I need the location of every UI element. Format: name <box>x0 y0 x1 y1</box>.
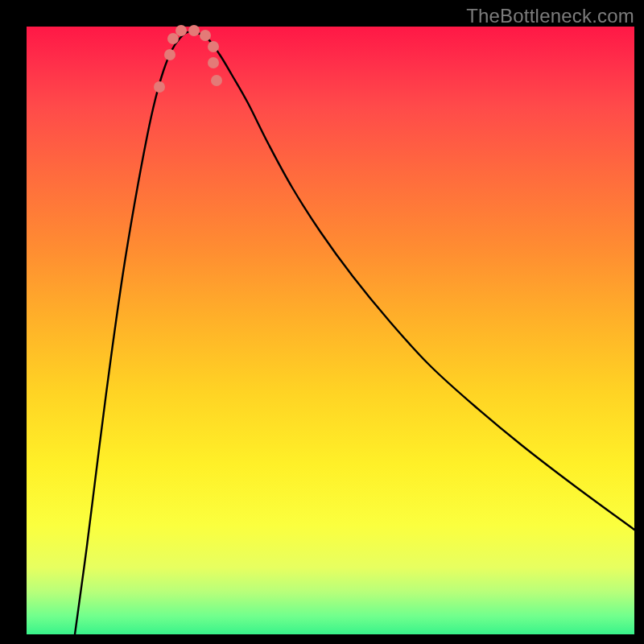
curve-marker <box>188 25 200 36</box>
bottleneck-curve <box>75 31 634 634</box>
curve-marker <box>208 41 219 52</box>
chart-frame: TheBottleneck.com <box>0 0 644 644</box>
curve-marker <box>208 57 219 68</box>
curve-marker <box>164 49 175 60</box>
curve-marker <box>211 75 222 86</box>
curve-layer <box>27 27 634 634</box>
watermark-text: TheBottleneck.com <box>466 5 634 27</box>
chart-plot-area <box>27 27 634 634</box>
curve-markers <box>154 25 222 93</box>
curve-marker <box>200 30 211 41</box>
curve-marker <box>167 33 179 44</box>
curve-marker <box>154 81 165 93</box>
curve-marker <box>175 25 187 36</box>
